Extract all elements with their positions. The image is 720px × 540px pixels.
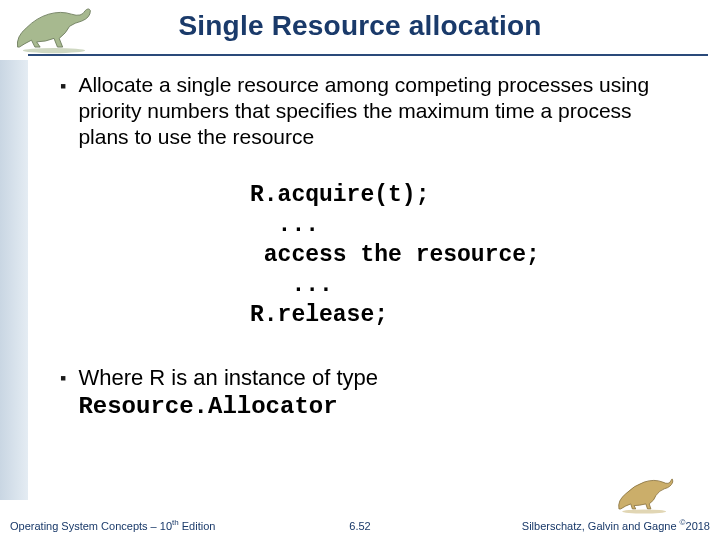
code-line: ... [250, 212, 319, 238]
left-sidebar-stripe [0, 60, 28, 500]
code-line: ... [250, 272, 333, 298]
footer-left-sup: th [172, 518, 179, 527]
bullet-text: Allocate a single resource among competi… [78, 72, 684, 150]
bullet-marker-icon: ▪ [60, 72, 66, 150]
footer-right-suffix: 2018 [686, 520, 710, 532]
dinosaur-top-icon [8, 2, 100, 54]
page-title: Single Resource allocation [0, 6, 720, 42]
footer-center: 6.52 [349, 520, 370, 532]
code-line: R.release; [250, 302, 388, 328]
code-block: R.acquire(t); ... access the resource; .… [250, 180, 684, 330]
header-rule [28, 54, 708, 56]
code-line: access the resource; [250, 242, 540, 268]
footer-right: Silberschatz, Galvin and Gagne ©2018 [522, 518, 710, 532]
bullet-text: Where R is an instance of type Resource.… [78, 364, 378, 421]
footer-right-prefix: Silberschatz, Galvin and Gagne [522, 520, 680, 532]
bullet-text-code: Resource.Allocator [78, 393, 337, 420]
bullet-marker-icon: ▪ [60, 364, 66, 421]
footer-left-prefix: Operating System Concepts – 10 [10, 520, 172, 532]
bullet-text-prefix: Where R is an instance of type [78, 365, 378, 390]
footer-left-suffix: Edition [179, 520, 216, 532]
code-line: R.acquire(t); [250, 182, 429, 208]
bullet-item: ▪ Allocate a single resource among compe… [60, 72, 684, 150]
svg-point-0 [23, 48, 85, 53]
bullet-item: ▪ Where R is an instance of type Resourc… [60, 364, 684, 421]
content: ▪ Allocate a single resource among compe… [60, 72, 684, 435]
footer-left: Operating System Concepts – 10th Edition [10, 518, 215, 532]
footer: Operating System Concepts – 10th Edition… [0, 500, 720, 540]
slide: Single Resource allocation ▪ Allocate a … [0, 0, 720, 540]
header: Single Resource allocation [0, 0, 720, 58]
